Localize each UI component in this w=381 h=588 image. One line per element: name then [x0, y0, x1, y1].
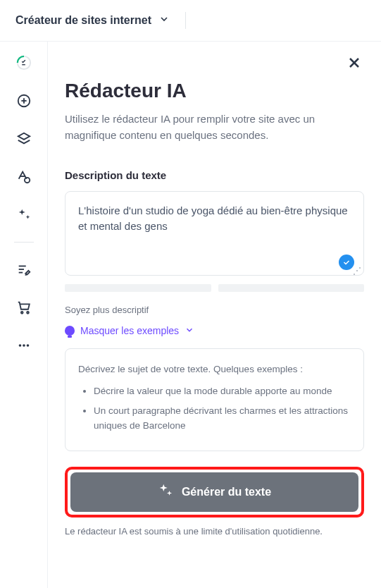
edit-list-icon[interactable] [13, 258, 35, 281]
skeleton-bar [218, 284, 365, 292]
example-item: Décrire la valeur que la mode durable ap… [94, 384, 351, 399]
checklist-icon[interactable] [13, 51, 35, 74]
svg-point-11 [20, 312, 23, 314]
site-type-label: Créateur de sites internet [15, 14, 151, 27]
generate-label: Générer du texte [182, 486, 271, 498]
svg-point-12 [27, 312, 29, 314]
add-icon[interactable] [13, 90, 35, 112]
description-label: Description du texte [65, 169, 364, 181]
sidebar-separator [14, 242, 34, 243]
check-badge-icon [339, 255, 354, 270]
site-type-selector[interactable]: Créateur de sites internet [15, 13, 170, 27]
svg-point-7 [24, 178, 29, 183]
examples-intro: Décrivez le sujet de votre texte. Quelqu… [78, 362, 351, 377]
ai-writer-panel: Rédacteur IA Utilisez le rédacteur IA po… [48, 42, 381, 588]
style-icon[interactable] [13, 166, 35, 188]
generate-button[interactable]: Générer du texte [70, 472, 358, 512]
layers-icon[interactable] [13, 128, 35, 150]
svg-point-15 [26, 344, 29, 347]
sidebar [0, 42, 48, 588]
descriptive-hint: Soyez plus descriptif [65, 305, 364, 315]
resize-handle-icon: ⋰ [353, 266, 361, 276]
svg-marker-5 [18, 133, 30, 140]
chevron-down-icon [158, 13, 170, 27]
divider [185, 12, 186, 29]
panel-desc: Utilisez le rédacteur IA pour remplir vo… [65, 111, 364, 144]
toggle-examples-label: Masquer les exemples [80, 325, 179, 336]
more-icon[interactable] [13, 334, 35, 357]
example-item: Un court paragraphe décrivant les charme… [94, 403, 351, 434]
skeleton-bar [65, 284, 211, 292]
sparkle-icon[interactable] [13, 204, 35, 226]
svg-point-14 [23, 344, 25, 347]
examples-box: Décrivez le sujet de votre texte. Quelqu… [65, 348, 364, 451]
chevron-down-icon [185, 325, 194, 337]
close-icon[interactable] [346, 54, 363, 74]
description-input[interactable] [65, 191, 364, 276]
skeleton-row [65, 284, 364, 292]
footer-note: Le rédacteur IA est soumis à une limite … [65, 525, 364, 539]
cart-icon[interactable] [13, 296, 35, 319]
generate-highlight: Générer du texte [65, 467, 364, 517]
toggle-examples[interactable]: Masquer les exemples [65, 325, 194, 337]
top-bar: Créateur de sites internet [0, 0, 381, 42]
sparkle-icon [158, 483, 173, 501]
panel-title: Rédacteur IA [65, 80, 364, 102]
svg-point-13 [18, 344, 21, 347]
lightbulb-icon [65, 326, 75, 336]
